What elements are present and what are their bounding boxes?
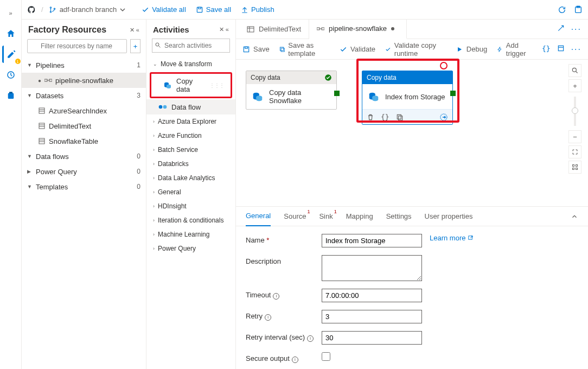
save-button[interactable]: Save xyxy=(242,45,270,53)
tree-powerquery[interactable]: ▶Power Query0 xyxy=(22,164,146,179)
svg-rect-52 xyxy=(573,168,574,170)
publish-button[interactable]: Publish xyxy=(241,5,274,14)
collapse-props-icon[interactable] xyxy=(571,213,578,220)
output-connector[interactable] xyxy=(334,91,340,96)
save-template-button[interactable]: Save as template xyxy=(279,41,330,58)
timeout-input[interactable] xyxy=(322,289,422,302)
filter-input[interactable] xyxy=(27,39,127,53)
tab-delimitedtext[interactable]: DelimitedText xyxy=(239,20,309,39)
toolbar-more-icon[interactable]: ··· xyxy=(571,44,581,54)
zoom-in-icon[interactable]: + xyxy=(568,79,581,92)
validate-copy-button[interactable]: Validate copy runtime xyxy=(385,41,446,58)
secure-output-label: Secure outputi xyxy=(246,352,322,363)
svg-point-22 xyxy=(156,43,159,46)
group-move-transform[interactable]: ⌄Move & transform xyxy=(146,57,235,71)
tree-item-azuresearch[interactable]: AzureSearchIndex xyxy=(22,103,146,118)
output-connector[interactable] xyxy=(450,91,456,96)
zoom-slider[interactable] xyxy=(574,97,576,126)
group-batch-service[interactable]: ›Batch Service xyxy=(146,143,235,157)
collapse-activities-button[interactable]: ✕ « xyxy=(219,26,229,33)
autolayout-icon[interactable] xyxy=(568,161,581,174)
name-input[interactable] xyxy=(322,234,422,247)
svg-rect-32 xyxy=(322,28,324,30)
tree-dataflows[interactable]: ▼Data flows0 xyxy=(22,149,146,164)
collapse-panel-button[interactable]: ✕ « xyxy=(130,27,139,34)
clone-icon[interactable] xyxy=(396,113,404,121)
svg-line-49 xyxy=(576,72,578,73)
validate-all-button[interactable]: Validate all xyxy=(142,5,186,14)
activity-copy-data[interactable]: Copy data ⋮⋮⋮ xyxy=(150,72,232,98)
ptab-source[interactable]: Source1 xyxy=(284,207,306,226)
activities-search[interactable] xyxy=(152,39,230,53)
properties-icon[interactable] xyxy=(557,44,565,54)
fullscreen-icon[interactable] xyxy=(568,145,581,158)
svg-rect-51 xyxy=(576,165,578,167)
info-icon[interactable]: i xyxy=(292,357,298,363)
ptab-settings[interactable]: Settings xyxy=(386,207,412,226)
zoom-out-icon[interactable]: − xyxy=(568,130,581,143)
svg-point-3 xyxy=(50,7,51,8)
retry-interval-input[interactable] xyxy=(322,331,422,345)
debug-button[interactable]: Debug xyxy=(456,45,487,53)
svg-rect-1 xyxy=(8,93,14,99)
timeout-label: Timeouti xyxy=(246,289,322,300)
ptab-general[interactable]: General xyxy=(246,207,271,226)
expand-rail-icon[interactable]: » xyxy=(2,4,20,22)
canvas-toolbar: Save Save as template Validate Validate … xyxy=(236,39,588,60)
tree-item-snowflake[interactable]: SnowflakeTable xyxy=(22,133,146,149)
home-icon[interactable] xyxy=(2,25,20,42)
node-copy-snowflake[interactable]: Copy data Copy data Snowflake xyxy=(246,71,337,110)
group-general[interactable]: ›General xyxy=(146,185,235,199)
learn-more-link[interactable]: Learn more xyxy=(430,234,474,242)
add-resource-button[interactable]: + xyxy=(130,39,140,53)
delete-icon[interactable] xyxy=(367,113,374,121)
more-icon[interactable]: ··· xyxy=(571,24,581,34)
ptab-sink[interactable]: Sink1 xyxy=(319,207,333,226)
add-trigger-button[interactable]: Add trigger xyxy=(497,41,532,58)
activities-title: Activities xyxy=(153,25,189,34)
activity-data-flow[interactable]: Data flow xyxy=(146,99,235,114)
monitor-icon[interactable] xyxy=(2,66,20,84)
tree-pipelines[interactable]: ▼Pipelines1 xyxy=(22,58,146,73)
info-icon[interactable]: i xyxy=(273,293,279,300)
group-power-query[interactable]: ›Power Query xyxy=(146,241,235,256)
group-databricks[interactable]: ›Databricks xyxy=(146,157,235,171)
code-icon[interactable]: {} xyxy=(542,44,551,54)
desc-input[interactable] xyxy=(322,255,422,281)
group-hdinsight[interactable]: ›HDInsight xyxy=(146,199,235,213)
group-data-lake-analytics[interactable]: ›Data Lake Analytics xyxy=(146,171,235,185)
info-icon[interactable]: i xyxy=(307,335,314,342)
svg-rect-28 xyxy=(247,27,254,32)
manage-icon[interactable] xyxy=(2,87,20,104)
refresh-icon[interactable] xyxy=(558,5,566,14)
tab-pipeline-snowflake[interactable]: pipeline-snowflake xyxy=(309,20,407,39)
svg-point-48 xyxy=(572,68,576,72)
node-index-storage[interactable]: Copy data Index from Storage {} xyxy=(362,71,453,125)
group-azure-data-explorer[interactable]: ›Azure Data Explorer xyxy=(146,114,235,129)
expand-editor-icon[interactable] xyxy=(557,24,565,34)
group-iteration-conditionals[interactable]: ›Iteration & conditionals xyxy=(146,213,235,227)
validate-button[interactable]: Validate xyxy=(340,45,375,53)
code-icon[interactable]: {} xyxy=(381,113,389,121)
zoom-fit-icon[interactable] xyxy=(568,64,581,77)
pipeline-canvas[interactable]: Copy data Copy data Snowflake Copy data … xyxy=(236,60,588,206)
save-all-button[interactable]: Save all xyxy=(196,5,231,14)
group-azure-function[interactable]: ›Azure Function xyxy=(146,129,235,143)
ptab-userprops[interactable]: User properties xyxy=(425,207,473,226)
tree-templates[interactable]: ▼Templates0 xyxy=(22,179,146,194)
svg-rect-7 xyxy=(198,7,201,9)
branch-selector[interactable]: adf-branch branch xyxy=(49,5,126,14)
svg-rect-35 xyxy=(245,47,248,48)
ptab-mapping[interactable]: Mapping xyxy=(346,207,373,226)
svg-rect-10 xyxy=(44,79,47,81)
tree-item-delimited[interactable]: DelimitedText xyxy=(22,118,146,133)
secure-output-checkbox[interactable] xyxy=(322,352,330,361)
feedback-icon[interactable] xyxy=(574,5,583,14)
copy-data-icon xyxy=(368,91,380,103)
retry-input[interactable] xyxy=(322,310,422,323)
add-output-icon[interactable] xyxy=(439,113,448,122)
group-machine-learning[interactable]: ›Machine Learning xyxy=(146,227,235,241)
info-icon[interactable]: i xyxy=(265,314,271,321)
tree-datasets[interactable]: ▼Datasets3 xyxy=(22,88,146,103)
tree-item-pipeline-snowflake[interactable]: ●pipeline-snowflake xyxy=(22,73,146,88)
